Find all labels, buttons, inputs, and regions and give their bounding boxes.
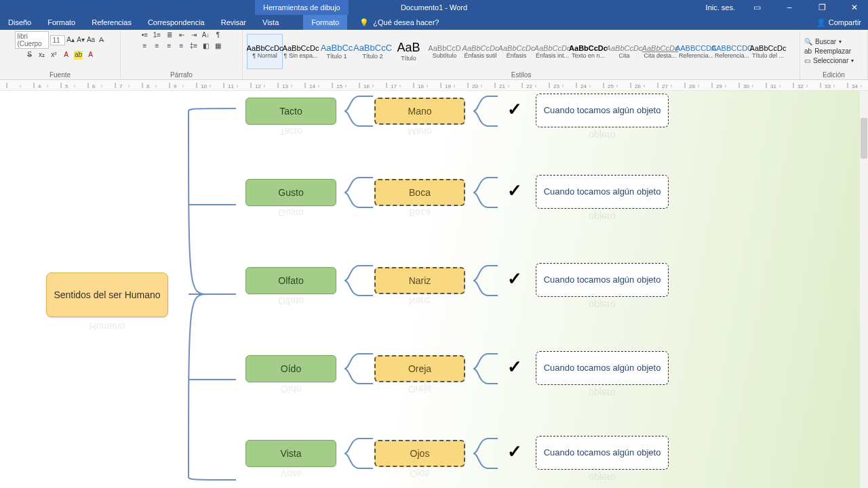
style-t-tulo-1[interactable]: AaBbCcTítulo 1 xyxy=(319,34,355,69)
organ-box-2[interactable]: Nariz xyxy=(374,267,465,294)
replace-button[interactable]: abReemplazar xyxy=(804,47,851,56)
align-left-icon[interactable]: ≡ xyxy=(140,42,149,51)
shrink-font-icon[interactable]: A▾ xyxy=(77,36,85,45)
group-label-fuente: Fuente xyxy=(4,71,116,79)
style--normal[interactable]: AaBbCcDc¶ Normal xyxy=(247,34,283,69)
desc-box-4[interactable]: Cuando tocamos algún objeto xyxy=(536,436,669,470)
strike-icon[interactable]: S xyxy=(25,51,34,60)
multilevel-icon[interactable]: ≣ xyxy=(165,31,174,40)
outdent-icon[interactable]: ⇤ xyxy=(177,31,186,40)
clear-format-icon[interactable]: A̶ xyxy=(97,36,106,45)
text-effects-icon[interactable]: A xyxy=(62,51,71,60)
align-right-icon[interactable]: ≡ xyxy=(165,42,174,51)
svg-text:19: 19 xyxy=(445,83,451,89)
check-icon-1: ✓ xyxy=(505,180,525,201)
sort-icon[interactable]: A↓ xyxy=(201,31,210,40)
sense-box-4[interactable]: Vista xyxy=(245,440,336,467)
bracket-sense-4 xyxy=(340,436,377,471)
indent-icon[interactable]: ⇥ xyxy=(189,31,198,40)
sense-box-3[interactable]: Oído xyxy=(245,355,336,382)
scrollbar-vertical[interactable] xyxy=(860,91,868,488)
desc-box-1[interactable]: Cuando tocamos algún objeto xyxy=(536,175,669,209)
find-button[interactable]: 🔍Buscar▾ xyxy=(804,37,842,46)
svg-text:4: 4 xyxy=(38,83,41,89)
desc-box-3[interactable]: Cuando tocamos algún objeto xyxy=(536,351,669,385)
font-color-icon[interactable]: A xyxy=(86,51,95,60)
style-name: Título del ... xyxy=(751,52,785,59)
style--sin-espa-[interactable]: AaBbCcDc¶ Sin espa... xyxy=(283,34,319,69)
select-button[interactable]: ▭Seleccionar▾ xyxy=(804,56,854,65)
check-icon-4: ✓ xyxy=(505,441,525,462)
login-link[interactable]: Inic. ses. xyxy=(706,3,735,12)
style--nfasis-sutil[interactable]: AaBbCcDcÉnfasis sutil xyxy=(462,34,498,69)
tab-referencias[interactable]: Referencias xyxy=(83,15,140,30)
tell-me-placeholder: ¿Qué desea hacer? xyxy=(373,18,439,26)
style-cita[interactable]: AaBbCcDcCita xyxy=(606,34,642,69)
organ-label: Mano xyxy=(408,106,431,117)
style-t-tulo[interactable]: AaBTítulo xyxy=(391,34,427,69)
style-sample: AaBbCcDc xyxy=(606,44,643,52)
document-area[interactable]: Sentidos del ser Humano Humano Tacto Tac… xyxy=(0,91,868,488)
share-button[interactable]: 👤 Compartir xyxy=(810,15,868,30)
svg-text:13: 13 xyxy=(282,83,288,89)
change-case-icon[interactable]: Aa xyxy=(87,36,96,45)
organ-box-3[interactable]: Oreja xyxy=(374,355,465,382)
ruler[interactable]: 4567891011121314151617181920212223242526… xyxy=(0,80,868,91)
svg-text:29: 29 xyxy=(716,83,722,89)
subscript-icon[interactable]: x₂ xyxy=(37,51,46,60)
style-t-tulo-del-[interactable]: AaBbCcDcTítulo del ... xyxy=(750,34,786,69)
tab-vista[interactable]: Vista xyxy=(254,15,287,30)
root-node[interactable]: Sentidos del ser Humano xyxy=(46,272,168,317)
style-subt-tulo[interactable]: AaBbCcDSubtítulo xyxy=(427,34,462,69)
close-button[interactable]: ✕ xyxy=(844,3,865,12)
replace-icon: ab xyxy=(804,47,812,55)
tab-formato[interactable]: Formato xyxy=(39,15,83,30)
line-spacing-icon[interactable]: ‡≡ xyxy=(189,42,198,51)
sense-box-1[interactable]: Gusto xyxy=(245,179,336,206)
style-sample: AABBCCDC xyxy=(711,44,753,52)
style-t-tulo-2[interactable]: AaBbCcCTítulo 2 xyxy=(355,34,391,69)
organ-box-1[interactable]: Boca xyxy=(374,179,465,206)
svg-text:15: 15 xyxy=(336,83,342,89)
minimize-button[interactable]: – xyxy=(778,3,800,12)
style-texto-en-n-[interactable]: AaBbCcDcTexto en n... xyxy=(570,34,606,69)
sense-box-2[interactable]: Olfato xyxy=(245,267,336,294)
desc-box-0[interactable]: Cuando tocamos algún objeto xyxy=(536,94,669,127)
style--nfasis-int-[interactable]: AaBbCcDcÉnfasis int... xyxy=(534,34,570,69)
organ-box-4[interactable]: Ojos xyxy=(374,440,465,467)
font-size-combo[interactable]: 11 xyxy=(50,35,65,45)
tell-me[interactable]: 💡 ¿Qué desea hacer? xyxy=(359,15,439,30)
numbering-icon[interactable]: 1≡ xyxy=(153,31,161,40)
style-name: Texto en n... xyxy=(571,52,606,59)
group-label-estilos: Estilos xyxy=(247,71,795,79)
styles-gallery[interactable]: AaBbCcDc¶ NormalAaBbCcDc¶ Sin espa...AaB… xyxy=(247,34,786,69)
shading-icon[interactable]: ◧ xyxy=(201,42,210,51)
style-referencia-[interactable]: AABBCCDCReferencia... xyxy=(678,34,714,69)
style--nfasis[interactable]: AaBbCcDcÉnfasis xyxy=(498,34,534,69)
font-name-combo[interactable]: libri (Cuerpo xyxy=(15,31,49,49)
style-cita-desta-[interactable]: AaBbCcDcCita desta... xyxy=(642,34,678,69)
bracket-organ-4 xyxy=(469,436,502,471)
grow-font-icon[interactable]: A▴ xyxy=(66,36,75,45)
desc-box-2[interactable]: Cuando tocamos algún objeto xyxy=(536,263,669,297)
maximize-button[interactable]: ❐ xyxy=(811,3,833,12)
scroll-thumb[interactable] xyxy=(861,118,867,159)
group-label-edicion: Edición xyxy=(804,71,863,79)
bullets-icon[interactable]: •≡ xyxy=(140,31,149,40)
superscript-icon[interactable]: x² xyxy=(50,51,58,60)
justify-icon[interactable]: ≡ xyxy=(177,42,186,51)
tab-formato-contextual[interactable]: Formato xyxy=(303,15,347,30)
highlight-icon[interactable]: ab xyxy=(74,51,83,60)
tab-correspondencia[interactable]: Correspondencia xyxy=(140,15,213,30)
sense-box-0[interactable]: Tacto xyxy=(245,98,336,125)
svg-text:24: 24 xyxy=(580,83,587,89)
borders-icon[interactable]: ▦ xyxy=(214,42,222,51)
tab-revisar[interactable]: Revisar xyxy=(213,15,254,30)
organ-box-0[interactable]: Mano xyxy=(374,98,465,125)
align-center-icon[interactable]: ≡ xyxy=(153,42,161,51)
style-referencia-[interactable]: AABBCCDCReferencia... xyxy=(714,34,750,69)
pilcrow-icon[interactable]: ¶ xyxy=(214,31,222,40)
tab-diseno[interactable]: Diseño xyxy=(0,15,39,30)
svg-text:21: 21 xyxy=(499,83,505,89)
ribbon-display-options-icon[interactable]: ▭ xyxy=(746,3,768,12)
